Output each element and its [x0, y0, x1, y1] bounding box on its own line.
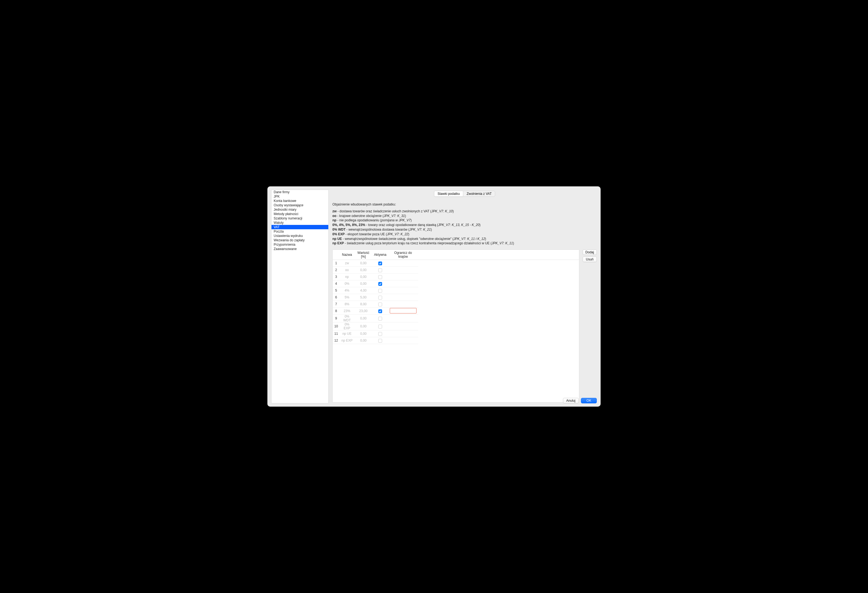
- sidebar-item-wezwania-do-zapłaty[interactable]: Wezwania do zapłaty: [272, 238, 328, 243]
- sidebar-item-jpk[interactable]: JPK: [272, 194, 328, 199]
- rate-name-cell[interactable]: 0%: [340, 280, 354, 287]
- countries-input[interactable]: [390, 308, 416, 314]
- active-checkbox[interactable]: [378, 275, 382, 279]
- active-cell[interactable]: [372, 267, 388, 274]
- countries-cell[interactable]: [388, 260, 418, 267]
- table-row[interactable]: 1zw0,00: [333, 260, 579, 267]
- active-checkbox[interactable]: [378, 325, 382, 328]
- rate-name-cell[interactable]: zw: [340, 260, 354, 267]
- sidebar-item-szablony-numeracji[interactable]: Szablony numeracji: [272, 216, 328, 220]
- countries-cell[interactable]: [388, 274, 418, 280]
- rate-name-cell[interactable]: 5%: [340, 294, 354, 301]
- active-checkbox[interactable]: [378, 282, 382, 286]
- active-cell[interactable]: [372, 260, 388, 267]
- active-cell[interactable]: [372, 274, 388, 280]
- sidebar-item-dane-firmy[interactable]: Dane firmy: [272, 190, 328, 194]
- column-header[interactable]: Wartość [%]: [354, 250, 372, 260]
- rate-value-cell[interactable]: 0,00: [354, 267, 372, 274]
- table-row[interactable]: 823%23,00: [333, 308, 579, 315]
- countries-cell[interactable]: [388, 287, 418, 294]
- countries-cell[interactable]: [388, 280, 418, 287]
- countries-cell[interactable]: [388, 337, 418, 344]
- rate-value-cell[interactable]: 23,00: [354, 308, 372, 315]
- active-checkbox[interactable]: [378, 309, 382, 313]
- rate-value-cell[interactable]: 0,00: [354, 337, 372, 344]
- table-row[interactable]: 40%0,00: [333, 280, 579, 287]
- add-button[interactable]: Dodaj: [583, 250, 597, 255]
- table-row[interactable]: 78%8,00: [333, 301, 579, 308]
- active-checkbox[interactable]: [378, 296, 382, 300]
- rate-name-cell[interactable]: 4%: [340, 287, 354, 294]
- active-checkbox[interactable]: [378, 332, 382, 336]
- sidebar-item-osoby-wystawiające[interactable]: Osoby wystawiające: [272, 203, 328, 207]
- rate-name-cell[interactable]: 8%: [340, 301, 354, 308]
- ok-button[interactable]: OK: [581, 398, 597, 403]
- active-checkbox[interactable]: [378, 268, 382, 272]
- sidebar-item-metody-płatności[interactable]: Metody płatności: [272, 212, 328, 216]
- column-header[interactable]: Ogranicz do krajów: [388, 250, 418, 260]
- active-cell[interactable]: [372, 308, 388, 315]
- active-checkbox[interactable]: [378, 339, 382, 343]
- table-row[interactable]: 54%4,00: [333, 287, 579, 294]
- rate-value-cell[interactable]: 0,00: [354, 274, 372, 280]
- rate-value-cell[interactable]: 0,00: [354, 260, 372, 267]
- sidebar-item-jednostki-miary[interactable]: Jednostki miary: [272, 207, 328, 212]
- table-row[interactable]: 3np0,00: [333, 274, 579, 280]
- rate-name-cell[interactable]: np EXP: [340, 337, 354, 344]
- sidebar-item-przypomnienia[interactable]: Przypomnienia: [272, 243, 328, 247]
- active-cell[interactable]: [372, 330, 388, 337]
- tab-stawki-podatku[interactable]: Stawki podatku: [434, 191, 463, 197]
- rate-name-cell[interactable]: np: [340, 274, 354, 280]
- active-cell[interactable]: [372, 315, 388, 322]
- sidebar-item-vat[interactable]: VAT: [272, 225, 328, 229]
- active-cell[interactable]: [372, 280, 388, 287]
- rate-value-cell[interactable]: 0,00: [354, 280, 372, 287]
- tab-zwolnienia-z-vat[interactable]: Zwolnienia z VAT: [463, 191, 495, 197]
- rate-name-cell[interactable]: np UE: [340, 330, 354, 337]
- sidebar-item-ustawienia-wydruku[interactable]: Ustawienia wydruku: [272, 234, 328, 238]
- rate-value-cell[interactable]: 0,00: [354, 315, 372, 322]
- rate-name-cell[interactable]: oo: [340, 267, 354, 274]
- active-checkbox[interactable]: [378, 303, 382, 306]
- sidebar-item-poczta[interactable]: Poczta: [272, 229, 328, 234]
- active-cell[interactable]: [372, 294, 388, 301]
- table-row[interactable]: 65%5,00: [333, 294, 579, 301]
- countries-cell[interactable]: [388, 308, 418, 315]
- rates-table[interactable]: NazwaWartość [%]AktywnaOgranicz do krajó…: [332, 250, 579, 402]
- countries-cell[interactable]: [388, 330, 418, 337]
- table-row[interactable]: 2oo0,00: [333, 267, 579, 274]
- column-header[interactable]: Aktywna: [372, 250, 388, 260]
- table-row[interactable]: 90% WDT0,00: [333, 315, 579, 322]
- rate-value-cell[interactable]: 8,00: [354, 301, 372, 308]
- countries-cell[interactable]: [388, 294, 418, 301]
- active-cell[interactable]: [372, 287, 388, 294]
- row-spacer: [418, 330, 579, 337]
- active-checkbox[interactable]: [378, 262, 382, 265]
- column-header[interactable]: [333, 250, 340, 260]
- countries-cell[interactable]: [388, 267, 418, 274]
- sidebar-item-konta-bankowe[interactable]: Konta bankowe: [272, 199, 328, 203]
- sidebar-item-zaawansowane[interactable]: Zaawansowane: [272, 247, 328, 251]
- rate-value-cell[interactable]: 0,00: [354, 330, 372, 337]
- table-row[interactable]: 11np UE0,00: [333, 330, 579, 337]
- sidebar-item-waluty[interactable]: Waluty: [272, 220, 328, 225]
- remove-button[interactable]: Usuń: [583, 257, 597, 262]
- column-header[interactable]: Nazwa: [340, 250, 354, 260]
- active-cell[interactable]: [372, 337, 388, 344]
- cancel-button[interactable]: Anuluj: [563, 398, 579, 403]
- rate-value-cell[interactable]: 0,00: [354, 322, 372, 330]
- rate-value-cell[interactable]: 5,00: [354, 294, 372, 301]
- rate-name-cell[interactable]: 0% EXP: [340, 322, 354, 330]
- table-row[interactable]: 100% EXP0,00: [333, 322, 579, 330]
- active-checkbox[interactable]: [378, 317, 382, 321]
- countries-cell[interactable]: [388, 322, 418, 330]
- rate-value-cell[interactable]: 4,00: [354, 287, 372, 294]
- active-cell[interactable]: [372, 301, 388, 308]
- table-row[interactable]: 12np EXP0,00: [333, 337, 579, 344]
- countries-cell[interactable]: [388, 301, 418, 308]
- rate-name-cell[interactable]: 0% WDT: [340, 315, 354, 322]
- active-checkbox[interactable]: [378, 289, 382, 293]
- rate-name-cell[interactable]: 23%: [340, 308, 354, 315]
- countries-cell[interactable]: [388, 315, 418, 322]
- active-cell[interactable]: [372, 322, 388, 330]
